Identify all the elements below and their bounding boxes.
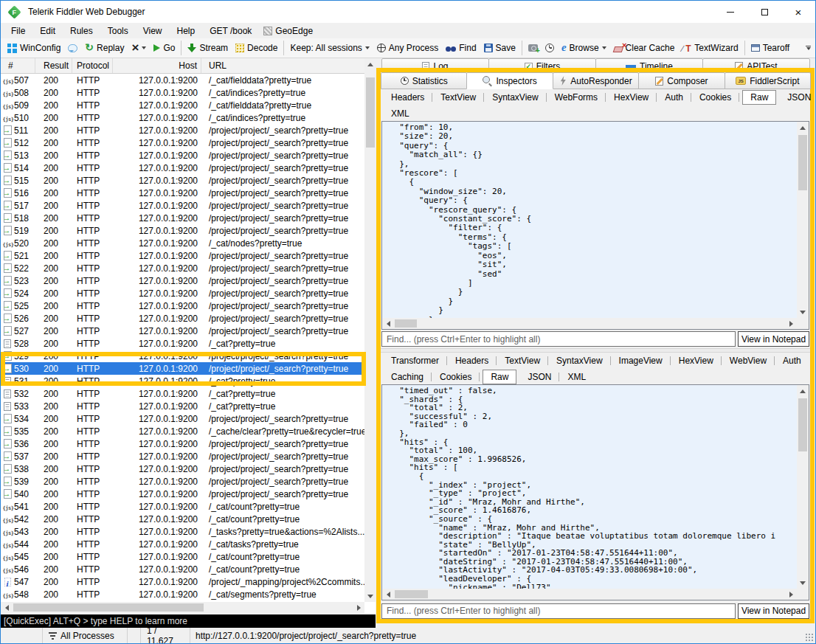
keep-sessions-dropdown[interactable]: Keep: All sessions: [286, 39, 373, 57]
scroll-left-icon[interactable]: [382, 318, 394, 330]
maximize-button[interactable]: [747, 1, 781, 23]
table-row[interactable]: 514 200 HTTP 127.0.0.1:9200 /project/pro…: [1, 162, 364, 174]
table-row[interactable]: 543 200 HTTP 127.0.0.1:9200 /_tasks?pret…: [1, 525, 364, 538]
table-row[interactable]: 507 200 HTTP 127.0.0.1:9200 /_cat/fieldd…: [1, 74, 364, 86]
menu-item[interactable]: Tools: [99, 23, 134, 38]
table-row[interactable]: 524 200 HTTP 127.0.0.1:9200 /project/pro…: [1, 287, 364, 300]
table-row[interactable]: 535 200 HTTP 127.0.0.1:9200 /_cache/clea…: [1, 425, 364, 437]
table-row[interactable]: 540 200 HTTP 127.0.0.1:9200 /project/pro…: [1, 488, 364, 500]
scroll-right-icon[interactable]: [353, 602, 364, 614]
scroll-right-icon[interactable]: [785, 589, 797, 600]
find-input[interactable]: [381, 603, 736, 619]
inspector-tab[interactable]: Cookies: [691, 91, 739, 104]
comment-button[interactable]: [64, 39, 81, 57]
session-list-vertical-scrollbar[interactable]: [364, 58, 376, 602]
table-row[interactable]: 522 200 HTTP 127.0.0.1:9200 /project/pro…: [1, 262, 364, 274]
table-row[interactable]: 530 200 HTTP 127.0.0.1:9200 /project/pro…: [1, 362, 364, 375]
inspector-tab[interactable]: XML: [383, 107, 418, 120]
scroll-down-icon[interactable]: [797, 577, 809, 589]
table-row[interactable]: 537 200 HTTP 127.0.0.1:9200 /project/pro…: [1, 450, 364, 463]
go-button[interactable]: Go: [150, 39, 179, 57]
toolbar-overflow-button[interactable]: [806, 46, 811, 50]
inspector-tab[interactable]: WebView: [722, 354, 775, 367]
column-header-host[interactable]: Host: [113, 58, 201, 73]
tab-overflow[interactable]: APITest: [702, 58, 810, 69]
table-row[interactable]: 511 200 HTTP 127.0.0.1:9200 /project/pro…: [1, 124, 364, 136]
scroll-down-icon[interactable]: [797, 306, 809, 318]
inspector-tab[interactable]: ImageView: [611, 354, 671, 367]
scroll-left-icon[interactable]: [1, 602, 13, 614]
inspector-tab[interactable]: HexView: [606, 91, 657, 104]
column-header-number[interactable]: #: [1, 58, 35, 73]
response-horizontal-scrollbar[interactable]: [382, 589, 809, 600]
inspector-tab[interactable]: SyntaxView: [484, 91, 546, 104]
table-row[interactable]: 509 200 HTTP 127.0.0.1:9200 /_cat/fieldd…: [1, 99, 364, 111]
tab-overflow[interactable]: Timeline: [595, 58, 703, 69]
table-row[interactable]: 527 200 HTTP 127.0.0.1:9200 /project/pro…: [1, 325, 364, 337]
tearoff-button[interactable]: Tearoff: [747, 39, 793, 57]
main-tab[interactable]: Composer: [638, 72, 725, 89]
menu-item[interactable]: GeoEdge: [257, 23, 319, 38]
inspector-tab[interactable]: TextView: [432, 91, 484, 104]
table-row[interactable]: 536 200 HTTP 127.0.0.1:9200 /project/pro…: [1, 437, 364, 450]
table-row[interactable]: 519 200 HTTP 127.0.0.1:9200 /project/pro…: [1, 224, 364, 237]
save-button[interactable]: Save: [480, 39, 519, 57]
table-row[interactable]: 542 200 HTTP 127.0.0.1:9200 /_cat/count?…: [1, 513, 364, 525]
view-in-notepad-button[interactable]: View in Notepad: [738, 603, 809, 619]
table-row[interactable]: 512 200 HTTP 127.0.0.1:9200 /project/pro…: [1, 136, 364, 149]
column-header-protocol[interactable]: Protocol: [72, 58, 113, 73]
menu-item[interactable]: GET /book: [201, 23, 257, 38]
quickexec-bar[interactable]: [QuickExec] ALT+Q > type HELP to learn m…: [1, 614, 376, 628]
table-row[interactable]: 508 200 HTTP 127.0.0.1:9200 /_cat/indice…: [1, 86, 364, 99]
table-row[interactable]: 545 200 HTTP 127.0.0.1:9200 /_cat/count?…: [1, 550, 364, 563]
table-row[interactable]: 513 200 HTTP 127.0.0.1:9200 /project/pro…: [1, 149, 364, 162]
table-row[interactable]: 546 200 HTTP 127.0.0.1:9200 /_cat/count?…: [1, 563, 364, 575]
inspector-tab[interactable]: JSON: [779, 91, 816, 104]
table-row[interactable]: 548 200 HTTP 127.0.0.1:9200 /_cat/segmen…: [1, 588, 364, 600]
request-horizontal-scrollbar[interactable]: [382, 318, 809, 329]
process-filter[interactable]: All Processes: [43, 628, 128, 643]
minimize-button[interactable]: [713, 1, 747, 23]
scrollbar-thumb[interactable]: [366, 77, 375, 148]
inspector-tab[interactable]: SyntaxView: [548, 354, 610, 367]
textwizard-button[interactable]: TextWizard: [678, 39, 741, 57]
tab-overflow[interactable]: Filters: [488, 58, 596, 69]
scroll-left-icon[interactable]: [382, 589, 394, 600]
column-header-url[interactable]: URL: [201, 58, 364, 73]
table-row[interactable]: 528 200 HTTP 127.0.0.1:9200 /_cat?pretty…: [1, 337, 364, 350]
clear-cache-button[interactable]: Clear Cache: [610, 39, 679, 57]
table-row[interactable]: 547 200 HTTP 127.0.0.1:9200 /project/_ma…: [1, 575, 364, 588]
find-button[interactable]: Find: [442, 39, 480, 57]
table-row[interactable]: 521 200 HTTP 127.0.0.1:9200 /project/pro…: [1, 249, 364, 262]
menu-item[interactable]: File: [2, 23, 31, 38]
inspector-tab[interactable]: WebForms: [547, 91, 606, 104]
table-row[interactable]: 534 200 HTTP 127.0.0.1:9200 /project/pro…: [1, 412, 364, 425]
inspector-tab[interactable]: Cookies: [432, 370, 480, 384]
response-vertical-scrollbar[interactable]: [797, 385, 809, 589]
inspector-tab[interactable]: Headers: [383, 91, 432, 104]
winconfig-button[interactable]: WinConfig: [4, 39, 64, 57]
table-row[interactable]: 541 200 HTTP 127.0.0.1:9200 /_cat/count?…: [1, 500, 364, 513]
tab-overflow[interactable]: Log: [381, 58, 489, 69]
session-list-horizontal-scrollbar[interactable]: [1, 602, 364, 613]
table-row[interactable]: 515 200 HTTP 127.0.0.1:9200 /project/pro…: [1, 174, 364, 187]
menu-item[interactable]: Rules: [61, 23, 99, 38]
scroll-up-icon[interactable]: [364, 58, 376, 70]
inspector-tab[interactable]: JSON: [519, 370, 559, 384]
timer-button[interactable]: [542, 39, 558, 57]
table-row[interactable]: 526 200 HTTP 127.0.0.1:9200 /project/pro…: [1, 312, 364, 325]
scrollbar-thumb[interactable]: [395, 590, 428, 598]
replay-button[interactable]: Replay: [81, 39, 128, 57]
menu-item[interactable]: Help: [168, 23, 201, 38]
table-row[interactable]: 518 200 HTTP 127.0.0.1:9200 /project/pro…: [1, 212, 364, 224]
main-tab[interactable]: FiddlerScript: [725, 72, 811, 89]
find-input[interactable]: [381, 331, 736, 347]
close-button[interactable]: ×: [781, 1, 815, 23]
view-in-notepad-button[interactable]: View in Notepad: [738, 331, 809, 347]
table-row[interactable]: 529 200 HTTP 127.0.0.1:9200 /project/pro…: [1, 350, 364, 362]
screenshot-button[interactable]: [525, 39, 542, 57]
inspector-tab[interactable]: HexView: [671, 354, 722, 367]
table-row[interactable]: 539 200 HTTP 127.0.0.1:9200 /project/pro…: [1, 475, 364, 488]
column-header-result[interactable]: Result: [35, 58, 72, 73]
scrollbar-thumb[interactable]: [798, 135, 807, 190]
